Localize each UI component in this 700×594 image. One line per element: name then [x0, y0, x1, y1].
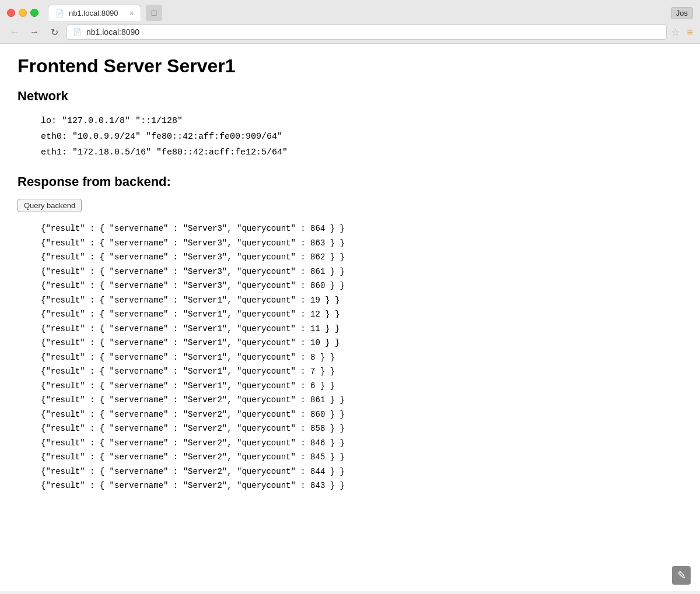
network-line-lo: lo: "127.0.0.1/8" "::1/128": [41, 113, 682, 129]
result-line: {"result" : { "servername" : "Server1", …: [41, 350, 682, 365]
page-content: Frontend Server Server1 Network lo: "127…: [0, 44, 700, 591]
result-line: {"result" : { "servername" : "Server1", …: [41, 293, 682, 308]
forward-button[interactable]: →: [27, 24, 42, 40]
feather-icon: ✎: [677, 569, 686, 582]
result-line: {"result" : { "servername" : "Server2", …: [41, 393, 682, 407]
address-bar-row: ← → ↻ 📄 nb1.local:8090 ☆ ≡: [0, 21, 700, 43]
address-bar[interactable]: 📄 nb1.local:8090: [66, 24, 667, 40]
result-line: {"result" : { "servername" : "Server3", …: [41, 265, 682, 279]
result-line: {"result" : { "servername" : "Server3", …: [41, 250, 682, 265]
network-line-eth1: eth1: "172.18.0.5/16" "fe80::42:acff:fe1…: [41, 145, 682, 160]
page-title: Frontend Server Server1: [18, 55, 682, 77]
response-heading: Response from backend:: [18, 174, 682, 189]
network-line-eth0: eth0: "10.0.9.9/24" "fe80::42:aff:fe00:9…: [41, 129, 682, 145]
result-line: {"result" : { "servername" : "Server1", …: [41, 322, 682, 336]
result-line: {"result" : { "servername" : "Server2", …: [41, 465, 682, 479]
tab-page-icon: 📄: [55, 9, 64, 17]
tab-title: nb1.local:8090: [69, 9, 118, 17]
browser-chrome: 📄 nb1.local:8090 × □ Jos ← → ↻ 📄 nb1.loc…: [0, 0, 700, 44]
new-tab-icon: □: [152, 8, 156, 17]
result-line: {"result" : { "servername" : "Server1", …: [41, 364, 682, 379]
close-button[interactable]: [7, 9, 15, 17]
result-line: {"result" : { "servername" : "Server3", …: [41, 279, 682, 293]
tab-close-button[interactable]: ×: [130, 9, 134, 17]
menu-button[interactable]: ≡: [687, 26, 693, 38]
active-tab[interactable]: 📄 nb1.local:8090 ×: [48, 5, 141, 21]
result-line: {"result" : { "servername" : "Server3", …: [41, 236, 682, 251]
result-line: {"result" : { "servername" : "Server2", …: [41, 407, 682, 422]
traffic-lights: [7, 9, 38, 17]
url-text: nb1.local:8090: [86, 27, 660, 37]
bookmark-button[interactable]: ☆: [671, 27, 680, 38]
network-heading: Network: [18, 89, 682, 104]
maximize-button[interactable]: [30, 9, 38, 17]
back-button[interactable]: ←: [7, 24, 22, 40]
result-line: {"result" : { "servername" : "Server2", …: [41, 436, 682, 451]
minimize-button[interactable]: [19, 9, 27, 17]
query-backend-button[interactable]: Query backend: [18, 199, 82, 212]
response-section: Response from backend: Query backend {"r…: [18, 174, 682, 493]
back-arrow-icon: ←: [10, 27, 19, 37]
result-line: {"result" : { "servername" : "Server1", …: [41, 307, 682, 322]
network-info: lo: "127.0.0.1/8" "::1/128" eth0: "10.0.…: [41, 113, 682, 160]
result-line: {"result" : { "servername" : "Server1", …: [41, 336, 682, 350]
title-bar: 📄 nb1.local:8090 × □ Jos: [0, 0, 700, 21]
refresh-button[interactable]: ↻: [47, 24, 62, 40]
user-badge: Jos: [671, 7, 693, 19]
forward-arrow-icon: →: [30, 27, 39, 37]
result-line: {"result" : { "servername" : "Server2", …: [41, 421, 682, 436]
page-icon: 📄: [73, 28, 82, 36]
new-tab-button[interactable]: □: [146, 5, 162, 21]
result-line: {"result" : { "servername" : "Server3", …: [41, 222, 682, 236]
corner-icon: ✎: [672, 566, 691, 585]
result-line: {"result" : { "servername" : "Server2", …: [41, 450, 682, 465]
result-line: {"result" : { "servername" : "Server2", …: [41, 479, 682, 493]
result-line: {"result" : { "servername" : "Server1", …: [41, 379, 682, 393]
results-container: {"result" : { "servername" : "Server3", …: [41, 222, 682, 493]
refresh-icon: ↻: [51, 27, 58, 38]
